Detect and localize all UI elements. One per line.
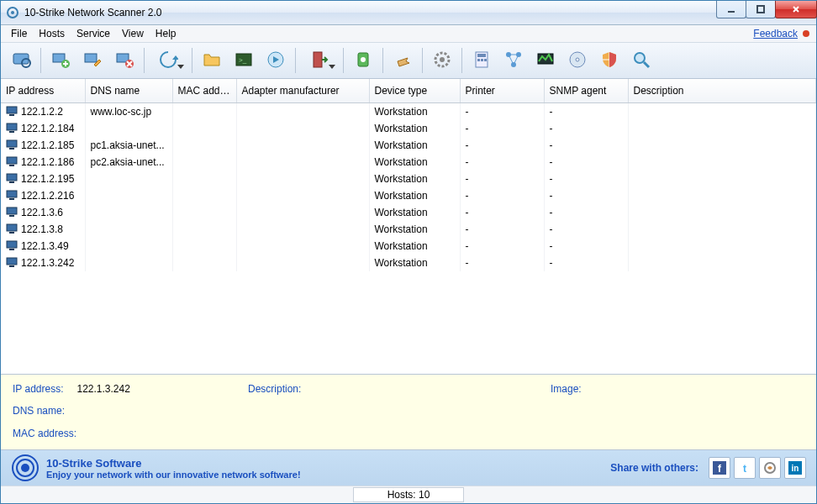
col-device[interactable]: Device type	[369, 79, 460, 103]
table-row[interactable]: 122.1.2.195Workstation--	[1, 171, 816, 187]
toolbar-separator	[40, 48, 41, 73]
col-adapter[interactable]: Adapter manufacturer	[236, 79, 369, 103]
cell-mac	[172, 137, 236, 154]
svg-rect-40	[7, 157, 17, 164]
share-buzz-icon[interactable]	[759, 457, 781, 479]
edit-host-icon	[82, 50, 103, 72]
host-table: IP address DNS name MAC addr... Adapter …	[1, 79, 816, 271]
folder-button[interactable]	[197, 45, 227, 76]
host-icon	[6, 257, 18, 270]
cell-dns	[85, 221, 172, 238]
disc-icon	[567, 50, 588, 72]
edit-host-button[interactable]	[77, 45, 108, 76]
diagram-icon	[503, 50, 524, 72]
shield-button[interactable]	[594, 45, 625, 76]
col-ip[interactable]: IP address	[1, 79, 85, 103]
cell-ip-text: 122.1.3.6	[21, 207, 63, 218]
hand-button[interactable]	[387, 45, 418, 76]
svg-line-33	[644, 62, 649, 67]
cell-mac	[172, 255, 236, 271]
cell-ip: 122.1.2.216	[1, 187, 85, 204]
table-row[interactable]: 122.1.2.2www.loc-sc.jpWorkstation--	[1, 103, 816, 121]
monitor-button[interactable]	[530, 45, 561, 76]
table-row[interactable]: 122.1.2.185pc1.aksia-unet...Workstation-…	[1, 137, 816, 154]
diagram-button[interactable]	[498, 45, 529, 76]
col-snmp[interactable]: SNMP agent	[544, 79, 628, 103]
menu-file[interactable]: File	[6, 26, 32, 41]
host-icon	[6, 223, 18, 236]
folder-icon	[202, 50, 222, 72]
search-button[interactable]	[626, 45, 656, 76]
detail-image: Image:	[551, 383, 804, 396]
disc-button[interactable]	[562, 45, 593, 76]
table-row[interactable]: 122.1.3.242Workstation--	[1, 255, 816, 271]
cell-printer: -	[460, 120, 544, 137]
table-row[interactable]: 122.1.2.216Workstation--	[1, 187, 816, 204]
menu-service[interactable]: Service	[71, 26, 115, 41]
col-dns[interactable]: DNS name	[85, 79, 172, 103]
col-printer[interactable]: Printer	[460, 79, 544, 103]
menubar: File Hosts Service View Help Feedback	[1, 25, 816, 43]
settings-button[interactable]	[427, 45, 457, 76]
add-host-icon	[50, 50, 71, 72]
cell-adapter	[236, 238, 369, 255]
table-row[interactable]: 122.1.2.186pc2.aksia-unet...Workstation-…	[1, 154, 816, 171]
calc-button[interactable]	[466, 45, 497, 76]
cell-device: Workstation	[369, 221, 460, 238]
cell-dns: pc2.aksia-unet...	[85, 154, 172, 171]
share-facebook-icon[interactable]: f	[709, 457, 730, 479]
refresh-button[interactable]	[149, 45, 187, 76]
cell-device: Workstation	[369, 137, 460, 154]
svg-rect-50	[7, 241, 17, 248]
maximize-button[interactable]	[746, 1, 776, 18]
cell-adapter	[236, 171, 369, 187]
share-linkedin-icon[interactable]: in	[784, 457, 806, 479]
detail-dns: DNS name:	[13, 405, 231, 418]
cell-printer: -	[460, 171, 544, 187]
detail-desc-label: Description:	[248, 383, 301, 396]
share-twitter-icon[interactable]: t	[734, 457, 756, 479]
console-button[interactable]: >_	[229, 45, 259, 76]
table-row[interactable]: 122.1.3.49Workstation--	[1, 238, 816, 255]
host-icon	[6, 207, 18, 219]
svg-rect-44	[7, 191, 17, 197]
cell-snmp: -	[544, 120, 628, 137]
feedback-link[interactable]: Feedback	[753, 28, 798, 39]
cell-printer: -	[460, 221, 544, 238]
svg-point-1	[11, 11, 14, 14]
monitor-icon	[535, 50, 556, 72]
cell-mac	[172, 154, 236, 171]
delete-host-button[interactable]	[109, 45, 140, 76]
add-host-button[interactable]	[45, 45, 76, 76]
svg-rect-38	[7, 140, 17, 147]
power-button[interactable]	[348, 45, 378, 76]
svg-text:in: in	[792, 464, 799, 473]
cell-device: Workstation	[369, 187, 460, 204]
minimize-button[interactable]	[716, 1, 746, 18]
table-row[interactable]: 122.1.3.6Workstation--	[1, 204, 816, 221]
svg-rect-23	[477, 59, 480, 61]
col-desc[interactable]: Description	[628, 79, 816, 103]
go-button[interactable]	[261, 45, 291, 76]
host-table-wrap[interactable]: IP address DNS name MAC addr... Adapter …	[1, 79, 816, 375]
table-row[interactable]: 122.1.3.8Workstation--	[1, 221, 816, 238]
menu-hosts[interactable]: Hosts	[34, 26, 70, 41]
export-button[interactable]	[300, 45, 339, 76]
cell-ip: 122.1.2.2	[1, 103, 85, 121]
scan-button[interactable]	[6, 45, 36, 76]
close-button[interactable]	[775, 1, 817, 18]
cell-snmp: -	[544, 154, 628, 171]
table-row[interactable]: 122.1.2.184Workstation--	[1, 120, 816, 137]
svg-rect-46	[7, 207, 17, 214]
cell-device: Workstation	[369, 103, 460, 121]
menu-help[interactable]: Help	[150, 26, 182, 41]
cell-ip-text: 122.1.2.185	[21, 139, 74, 151]
cell-ip: 122.1.3.49	[1, 238, 85, 255]
menu-view[interactable]: View	[117, 26, 149, 41]
svg-point-56	[21, 464, 29, 472]
svg-point-31	[576, 58, 579, 61]
cell-ip-text: 122.1.3.242	[21, 257, 74, 269]
titlebar: 10-Strike Network Scanner 2.0	[1, 1, 816, 25]
brand-logo-icon	[11, 454, 40, 482]
col-mac[interactable]: MAC addr...	[172, 79, 236, 103]
